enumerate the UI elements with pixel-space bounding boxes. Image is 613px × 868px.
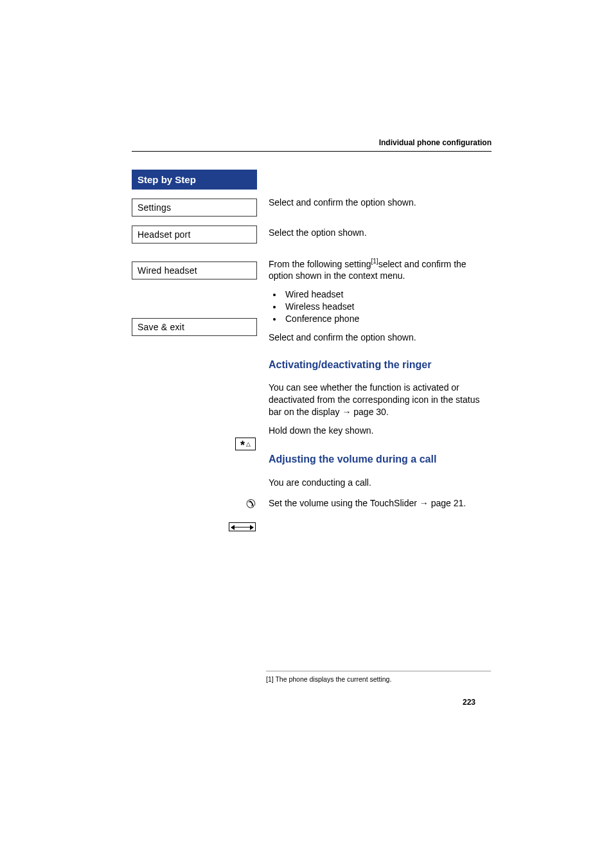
section-volume-title: Adjusting the volume during a call <box>269 452 492 466</box>
handset-icon: ✆ <box>245 496 257 511</box>
slider-b: page 21. <box>429 498 466 508</box>
step-by-step-header: Step by Step <box>132 170 257 190</box>
slider-a: Set the volume using the TouchSlider <box>269 498 420 508</box>
text-settings: Select and confirm the option shown. <box>269 197 492 209</box>
menu-headset-port: Headset port <box>132 226 257 244</box>
section-ringer-title: Activating/deactivating the ringer <box>269 358 492 372</box>
menu-settings: Settings <box>132 199 257 217</box>
menu-wired-headset: Wired headset <box>132 261 257 279</box>
option-conference: Conference phone <box>283 313 492 325</box>
text-hold-key: Hold down the key shown. <box>269 425 492 437</box>
text-wired-intro: From the following setting[1]select and … <box>269 257 492 282</box>
options-list: Wired headset Wireless headset Conferenc… <box>283 288 492 325</box>
page-number: 223 <box>463 698 475 707</box>
menu-save-exit: Save & exit <box>132 318 257 336</box>
footnote: [1] The phone displays the current setti… <box>266 671 491 683</box>
option-wired: Wired headset <box>283 288 492 301</box>
step-column: Step by Step Settings Headset port Wired… <box>132 170 257 531</box>
ringer-body-b: page 30. <box>351 407 388 417</box>
wired-intro-sup: [1] <box>371 258 378 265</box>
text-save: Select and confirm the option shown. <box>269 332 492 344</box>
text-slider: Set the volume using the TouchSlider → p… <box>269 497 492 509</box>
wired-intro-a: From the following setting <box>269 258 371 269</box>
page-header: Individual phone configuration <box>132 138 492 152</box>
content-column: Select and confirm the option shown. Sel… <box>269 170 492 509</box>
star-bell-key-icon: *△ <box>235 438 256 450</box>
touchslider-icon <box>229 522 256 531</box>
arrow-icon: → <box>420 498 429 508</box>
text-headset: Select the option shown. <box>269 227 492 239</box>
option-wireless: Wireless headset <box>283 301 492 313</box>
text-ringer-body: You can see whether the function is acti… <box>269 382 492 418</box>
text-conducting: You are conducting a call. <box>269 477 492 489</box>
arrow-icon: → <box>342 407 351 417</box>
